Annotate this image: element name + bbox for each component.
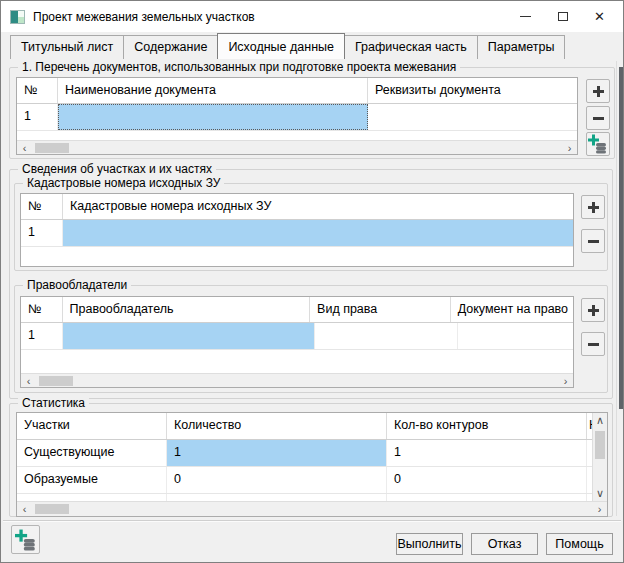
cadastral-group-title: Кадастровые номера исходных ЗУ bbox=[23, 176, 224, 190]
tab-parameters[interactable]: Параметры bbox=[477, 35, 566, 59]
statistics-table-header: Участки Количество Кол-во контуров К bbox=[17, 413, 607, 440]
plus-icon bbox=[588, 202, 599, 213]
horizontal-scrollbar[interactable]: ‹ › bbox=[21, 373, 573, 387]
scroll-left-icon[interactable]: ‹ bbox=[17, 502, 32, 516]
bottom-separator bbox=[3, 520, 621, 522]
col-header-doc-name: Наименование документа bbox=[58, 78, 368, 103]
cadastral-number-cell[interactable] bbox=[63, 220, 573, 246]
tab-pane-border bbox=[616, 61, 617, 516]
row-number-cell: 1 bbox=[17, 104, 58, 130]
col-header-contours: Кол-во контуров bbox=[387, 413, 587, 439]
rightholders-group-title: Правообладатели bbox=[23, 278, 131, 292]
cancel-button[interactable]: Отказ bbox=[471, 533, 538, 555]
minus-icon bbox=[593, 117, 604, 120]
tab-contents[interactable]: Содержание bbox=[123, 35, 218, 59]
table-row: Существующие 1 1 bbox=[17, 440, 607, 467]
add-row-button[interactable] bbox=[581, 195, 605, 219]
scrollbar-thumb[interactable] bbox=[35, 504, 69, 514]
help-button[interactable]: Помощь bbox=[546, 533, 613, 555]
vertical-scrollbar[interactable]: ∧ ∨ bbox=[592, 413, 607, 501]
scroll-right-icon[interactable]: › bbox=[558, 374, 573, 388]
stat-contours-cell[interactable]: 1 bbox=[387, 440, 587, 466]
tab-source-data[interactable]: Исходные данные bbox=[217, 33, 345, 59]
close-button[interactable]: ✕ bbox=[581, 1, 618, 32]
horizontal-scrollbar[interactable]: ‹ › bbox=[17, 140, 577, 154]
documents-table-header: № Наименование документа Реквизиты докум… bbox=[17, 78, 577, 104]
cadastral-table: № Кадастровые номера исходных ЗУ 1 bbox=[20, 193, 574, 267]
doc-details-cell[interactable] bbox=[368, 104, 577, 130]
minimize-button[interactable] bbox=[507, 1, 544, 32]
col-header-document: Документ на право bbox=[451, 297, 573, 322]
scrollbar-thumb[interactable] bbox=[595, 431, 605, 459]
table-row: 1 bbox=[17, 104, 577, 131]
minus-icon bbox=[588, 240, 599, 243]
stat-count-cell[interactable]: 1 bbox=[167, 440, 387, 466]
parcels-group-title: Сведения об участках и их частях bbox=[18, 162, 216, 176]
rightholders-table: № Правообладатель Вид права Документ на … bbox=[20, 296, 574, 388]
statistics-group: Статистика Участки Количество Кол-во кон… bbox=[9, 403, 613, 517]
execute-button[interactable]: Выполнить bbox=[396, 533, 463, 555]
scrollbar-thumb[interactable] bbox=[39, 376, 73, 386]
maximize-button[interactable] bbox=[544, 1, 581, 32]
doc-name-cell[interactable] bbox=[58, 104, 368, 130]
title-bar: Проект межевания земельных участков ✕ bbox=[1, 1, 623, 32]
row-number-cell: 1 bbox=[21, 220, 63, 246]
remove-row-button[interactable] bbox=[586, 106, 610, 130]
scroll-right-icon[interactable]: › bbox=[562, 141, 577, 155]
documents-group: 1. Перечень документов, использованных п… bbox=[9, 67, 615, 159]
add-stack-icon bbox=[15, 529, 37, 551]
scroll-left-icon[interactable]: ‹ bbox=[21, 374, 36, 388]
scroll-right-icon[interactable]: › bbox=[592, 502, 607, 516]
table-row: 1 bbox=[21, 323, 573, 350]
stat-label-cell[interactable]: Существующие bbox=[17, 440, 167, 466]
stat-label-cell[interactable]: Образуемые bbox=[17, 467, 167, 493]
holder-cell[interactable] bbox=[63, 323, 315, 349]
col-header-cadastral: Кадастровые номера исходных ЗУ bbox=[63, 194, 573, 219]
documents-group-title: 1. Перечень документов, использованных п… bbox=[18, 60, 460, 74]
close-icon: ✕ bbox=[594, 9, 605, 24]
cadastral-group: Кадастровые номера исходных ЗУ № Кадастр… bbox=[14, 183, 608, 271]
tab-title-page[interactable]: Титульный лист bbox=[10, 35, 124, 59]
window: Проект межевания земельных участков ✕ Ти… bbox=[0, 0, 624, 563]
horizontal-scrollbar[interactable]: ‹ › bbox=[17, 501, 607, 516]
scroll-left-icon[interactable]: ‹ bbox=[17, 141, 32, 155]
add-row-button[interactable] bbox=[586, 79, 610, 103]
table-row: Образуемые 0 0 bbox=[17, 467, 607, 494]
scrollbar-thumb[interactable] bbox=[35, 143, 69, 153]
statistics-table: Участки Количество Кол-во контуров К Сущ… bbox=[16, 412, 608, 517]
rightholders-table-header: № Правообладатель Вид права Документ на … bbox=[21, 297, 573, 323]
remove-row-button[interactable] bbox=[581, 229, 605, 253]
cadastral-table-header: № Кадастровые номера исходных ЗУ bbox=[21, 194, 573, 220]
col-header-holder: Правообладатель bbox=[63, 297, 311, 322]
minus-icon bbox=[588, 343, 599, 346]
documents-table: № Наименование документа Реквизиты докум… bbox=[16, 77, 578, 155]
col-header-num: № bbox=[21, 297, 63, 322]
scroll-down-icon[interactable]: ∨ bbox=[593, 486, 608, 501]
remove-row-button[interactable] bbox=[581, 332, 605, 356]
col-header-num: № bbox=[17, 78, 58, 103]
add-from-list-button[interactable] bbox=[586, 132, 610, 156]
stat-contours-cell[interactable]: 0 bbox=[387, 467, 587, 493]
maximize-icon bbox=[558, 12, 568, 21]
page-vertical-scrollbar[interactable] bbox=[619, 67, 623, 409]
col-header-parcels: Участки bbox=[17, 413, 167, 439]
col-header-right-type: Вид права bbox=[310, 297, 451, 322]
add-stack-icon bbox=[588, 134, 608, 154]
window-controls: ✕ bbox=[507, 1, 618, 32]
tab-graphic-part[interactable]: Графическая часть bbox=[344, 35, 478, 59]
document-cell[interactable] bbox=[458, 323, 573, 349]
rightholders-group: Правообладатели № Правообладатель Вид пр… bbox=[14, 285, 608, 393]
plus-icon bbox=[588, 305, 599, 316]
app-icon bbox=[10, 10, 25, 24]
window-title: Проект межевания земельных участков bbox=[33, 10, 255, 24]
add-from-list-button-bottom[interactable] bbox=[11, 525, 40, 554]
table-row: 1 bbox=[21, 220, 573, 247]
stat-count-cell[interactable]: 0 bbox=[167, 467, 387, 493]
scroll-up-icon[interactable]: ∧ bbox=[593, 413, 608, 428]
plus-icon bbox=[593, 86, 604, 97]
row-number-cell: 1 bbox=[21, 323, 63, 349]
right-type-cell[interactable] bbox=[315, 323, 458, 349]
col-header-doc-details: Реквизиты документа bbox=[368, 78, 577, 103]
minimize-icon bbox=[520, 16, 531, 17]
add-row-button[interactable] bbox=[581, 298, 605, 322]
